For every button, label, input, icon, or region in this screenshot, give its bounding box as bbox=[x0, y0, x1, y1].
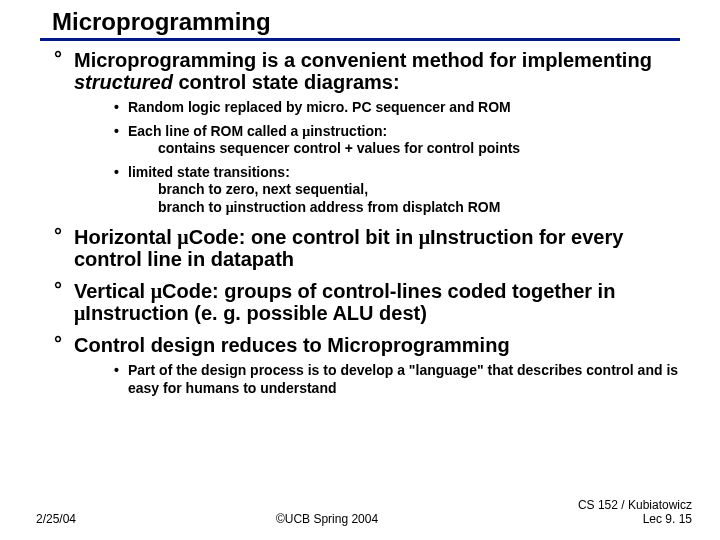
footer-right: CS 152 / Kubiatowicz Lec 9. 15 bbox=[578, 498, 692, 526]
p1-ital: structured bbox=[74, 71, 173, 93]
sub-1b: Each line of ROM called a μinstruction: … bbox=[114, 123, 680, 158]
footer-course: CS 152 / Kubiatowicz bbox=[578, 498, 692, 512]
mu-icon: μ bbox=[226, 200, 234, 215]
sub-1a: Random logic replaced by micro. PC seque… bbox=[114, 99, 680, 117]
sub-1c-l3-post: instruction address from displatch ROM bbox=[234, 199, 501, 215]
bullet-4: Control design reduces to Microprogrammi… bbox=[54, 334, 680, 397]
mu-icon: μ bbox=[177, 226, 188, 248]
p1-post: control state diagrams: bbox=[173, 71, 400, 93]
p2-a: Horizontal bbox=[74, 226, 177, 248]
sub-1b-line2: contains sequencer control + values for … bbox=[128, 140, 680, 158]
bullet-1-text: Microprogramming is a convenient method … bbox=[74, 49, 680, 93]
mu-icon: μ bbox=[74, 302, 85, 324]
mu-icon: μ bbox=[151, 280, 162, 302]
bullet-1: Microprogramming is a convenient method … bbox=[54, 49, 680, 216]
footer-date: 2/25/04 bbox=[36, 512, 76, 526]
sub-1c-line1: limited state transitions: bbox=[128, 164, 290, 180]
bullet-2-text: Horizontal μCode: one control bit in μIn… bbox=[74, 226, 680, 270]
bullet-3-text: Vertical μCode: groups of control-lines … bbox=[74, 280, 680, 324]
p3-b: Code: groups of control-lines coded toge… bbox=[162, 280, 615, 302]
sub-1c-line3: branch to μinstruction address from disp… bbox=[128, 199, 680, 217]
sub-bullets-4: Part of the design process is to develop… bbox=[74, 356, 680, 397]
p2-b: Code: one control bit in bbox=[189, 226, 419, 248]
slide-title: Microprogramming bbox=[0, 0, 720, 38]
bullet-3: Vertical μCode: groups of control-lines … bbox=[54, 280, 680, 324]
sub-bullets-1: Random logic replaced by micro. PC seque… bbox=[74, 93, 680, 216]
sub-1b-post: instruction: bbox=[310, 123, 387, 139]
p1-pre: Microprogramming is a convenient method … bbox=[74, 49, 652, 71]
sub-4a: Part of the design process is to develop… bbox=[114, 362, 680, 397]
sub-1b-pre: Each line of ROM called a bbox=[128, 123, 302, 139]
sub-1c-line2: branch to zero, next sequential, bbox=[128, 181, 680, 199]
bullet-2: Horizontal μCode: one control bit in μIn… bbox=[54, 226, 680, 270]
footer-lecture: Lec 9. 15 bbox=[578, 512, 692, 526]
footer: 2/25/04 ©UCB Spring 2004 CS 152 / Kubiat… bbox=[0, 498, 720, 526]
bullet-4-text: Control design reduces to Microprogrammi… bbox=[74, 334, 680, 356]
sub-1c: limited state transitions: branch to zer… bbox=[114, 164, 680, 217]
mu-icon: μ bbox=[419, 226, 430, 248]
p3-c: Instruction (e. g. possible ALU dest) bbox=[85, 302, 427, 324]
footer-copyright: ©UCB Spring 2004 bbox=[276, 512, 378, 526]
p3-a: Vertical bbox=[74, 280, 151, 302]
sub-1c-l3-pre: branch to bbox=[158, 199, 226, 215]
slide-content: Microprogramming is a convenient method … bbox=[0, 41, 720, 397]
